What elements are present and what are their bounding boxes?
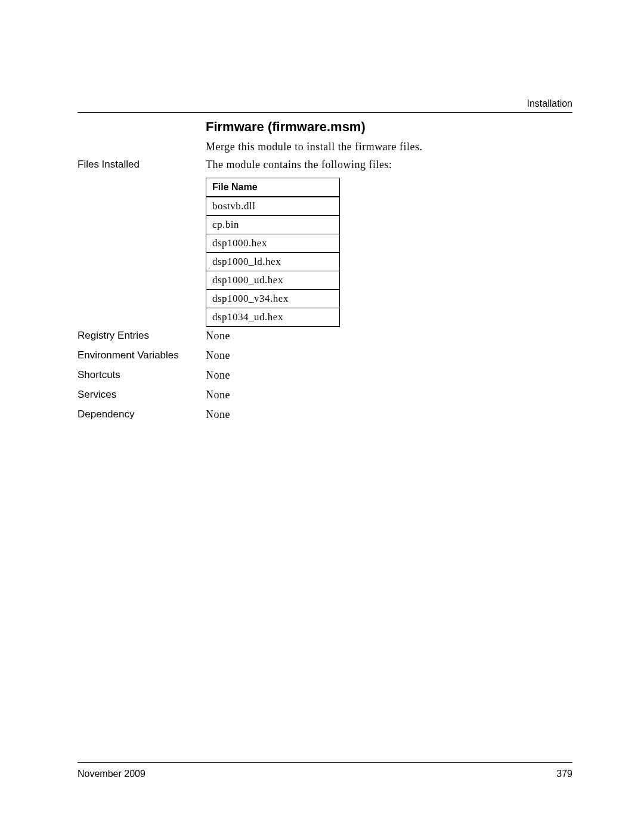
environment-variables-label: Environment Variables <box>78 349 179 361</box>
file-name-cell: dsp1000_ld.hex <box>206 253 340 271</box>
services-value: None <box>206 389 230 401</box>
dependency-value: None <box>206 408 230 421</box>
registry-entries-label: Registry Entries <box>78 330 149 342</box>
shortcuts-label: Shortcuts <box>78 369 120 381</box>
table-row: dsp1000.hex <box>206 234 340 253</box>
services-label: Services <box>78 389 116 401</box>
intro-text: Merge this module to install the firmwar… <box>206 141 423 153</box>
file-table-header: File Name <box>206 178 340 197</box>
footer-rule <box>78 762 572 763</box>
table-row: bostvb.dll <box>206 197 340 216</box>
shortcuts-value: None <box>206 369 230 382</box>
file-name-cell: cp.bin <box>206 216 340 234</box>
environment-variables-value: None <box>206 349 230 362</box>
file-name-cell: dsp1034_ud.hex <box>206 308 340 327</box>
file-name-cell: dsp1000_ud.hex <box>206 271 340 290</box>
table-row: dsp1000_ld.hex <box>206 253 340 271</box>
table-row: dsp1000_v34.hex <box>206 290 340 308</box>
registry-entries-value: None <box>206 330 230 342</box>
file-table: File Name bostvb.dll cp.bin dsp1000.hex … <box>206 178 340 327</box>
header-section-label: Installation <box>527 98 573 109</box>
files-installed-value: The module contains the following files: <box>206 159 392 171</box>
file-name-cell: dsp1000.hex <box>206 234 340 253</box>
footer-date: November 2009 <box>78 769 145 779</box>
dependency-label: Dependency <box>78 408 134 420</box>
footer-page-number: 379 <box>556 769 572 779</box>
file-name-cell: dsp1000_v34.hex <box>206 290 340 308</box>
table-row: dsp1034_ud.hex <box>206 308 340 327</box>
table-row: dsp1000_ud.hex <box>206 271 340 290</box>
files-installed-label: Files Installed <box>78 159 140 171</box>
section-title: Firmware (firmware.msm) <box>206 119 366 135</box>
header-rule <box>78 112 572 113</box>
table-row: cp.bin <box>206 216 340 234</box>
file-name-cell: bostvb.dll <box>206 197 340 216</box>
